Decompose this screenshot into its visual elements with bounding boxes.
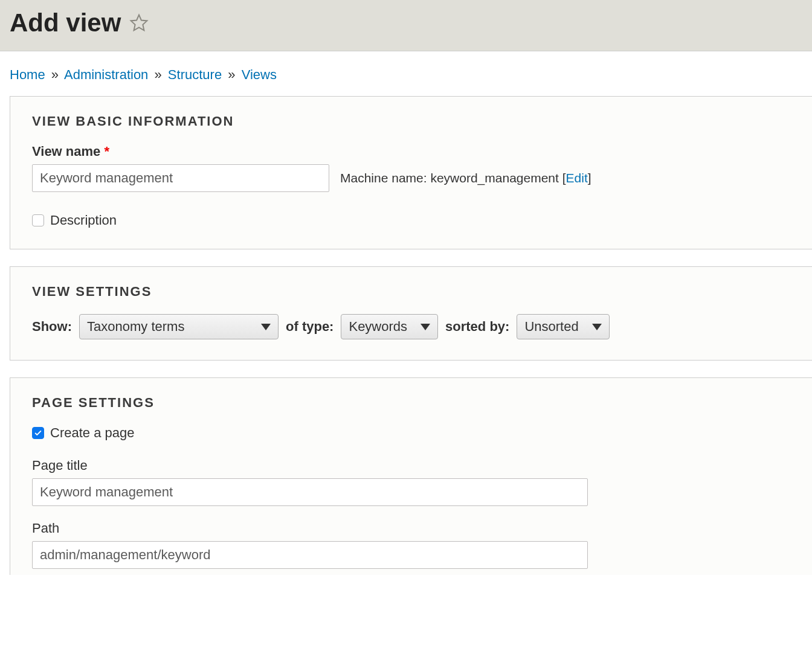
breadcrumb-sep: » — [154, 67, 161, 82]
page-header: Add view — [0, 0, 812, 51]
path-label: Path — [32, 521, 790, 536]
view-name-label: View name * — [32, 144, 790, 159]
show-select[interactable]: Taxonomy terms — [79, 314, 279, 339]
chevron-down-icon — [592, 324, 602, 330]
sorted-by-select[interactable]: Unsorted — [517, 314, 609, 339]
description-checkbox-row[interactable]: Description — [32, 213, 790, 228]
breadcrumb-structure[interactable]: Structure — [168, 67, 222, 82]
show-select-value: Taxonomy terms — [87, 319, 184, 335]
of-type-label: of type: — [286, 319, 334, 335]
show-label: Show: — [32, 319, 72, 335]
section-title-page: PAGE SETTINGS — [32, 395, 790, 411]
create-page-label: Create a page — [50, 425, 134, 441]
breadcrumb-home[interactable]: Home — [10, 67, 45, 82]
sorted-by-select-value: Unsorted — [524, 319, 578, 335]
star-icon[interactable] — [129, 13, 149, 33]
chevron-down-icon — [261, 324, 271, 330]
panel-view-settings: VIEW SETTINGS Show: Taxonomy terms of ty… — [10, 266, 812, 361]
section-title-basic: VIEW BASIC INFORMATION — [32, 114, 790, 129]
view-name-label-text: View name — [32, 144, 100, 159]
of-type-select[interactable]: Keywords — [341, 314, 438, 339]
create-page-checkbox[interactable] — [32, 427, 44, 439]
path-input[interactable] — [32, 541, 588, 569]
page-title-text: Add view — [10, 8, 121, 37]
panel-basic-info: VIEW BASIC INFORMATION View name * Machi… — [10, 96, 812, 249]
page-title-label: Page title — [32, 458, 790, 473]
machine-name-value: keyword_management — [430, 171, 558, 185]
required-indicator: * — [104, 144, 109, 159]
description-checkbox[interactable] — [32, 214, 44, 226]
page-title-input[interactable] — [32, 478, 588, 506]
create-page-checkbox-row[interactable]: Create a page — [32, 425, 790, 441]
machine-name-line: Machine name: keyword_management [Edit] — [340, 171, 591, 185]
svg-marker-0 — [131, 15, 147, 31]
view-name-input[interactable] — [32, 164, 329, 192]
breadcrumb-administration[interactable]: Administration — [64, 67, 148, 82]
machine-name-edit-link[interactable]: Edit — [566, 171, 588, 185]
breadcrumb-sep: » — [228, 67, 235, 82]
of-type-select-value: Keywords — [349, 319, 407, 335]
breadcrumb-views[interactable]: Views — [242, 67, 277, 82]
breadcrumb: Home » Administration » Structure » View… — [0, 51, 812, 96]
description-label: Description — [50, 213, 117, 228]
breadcrumb-sep: » — [51, 67, 59, 82]
chevron-down-icon — [420, 324, 430, 330]
sorted-by-label: sorted by: — [445, 319, 509, 335]
bracket-close: ] — [588, 171, 591, 185]
page-title: Add view — [10, 8, 802, 37]
section-title-settings: VIEW SETTINGS — [32, 284, 790, 300]
machine-name-label: Machine name: — [340, 171, 427, 185]
panel-page-settings: PAGE SETTINGS Create a page Page title P… — [10, 377, 812, 575]
